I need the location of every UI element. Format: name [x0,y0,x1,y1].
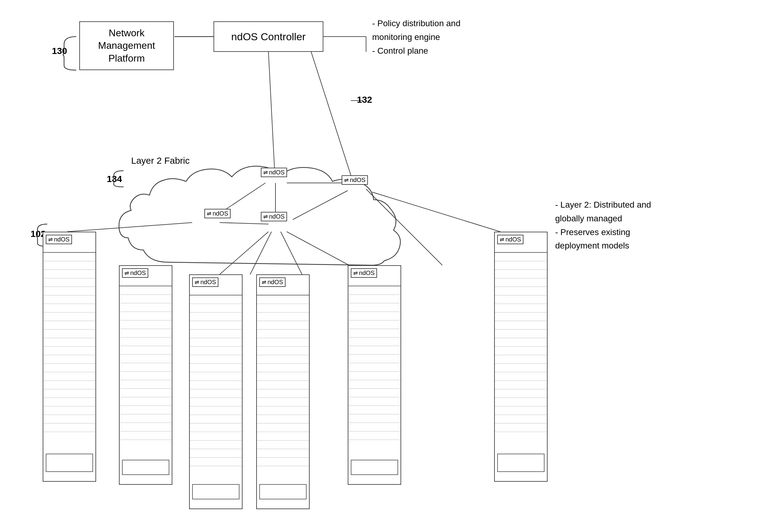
brace-134 [111,169,127,188]
ndos-node-right-inner: ⇌ ndOS [342,175,368,185]
rack2-ndos-badge: ⇌ ndOS [122,268,148,278]
rack4-ndos-badge: ⇌ ndOS [259,277,286,287]
nmp-box: Network Management Platform [79,21,174,70]
annotation-line2: monitoring engine [372,31,460,44]
server-rack-5: ⇌ ndOS [348,265,401,485]
brace-130 [61,35,79,72]
ref-132: 132 [357,95,372,105]
annotation-line1: - Policy distribution and [372,17,460,31]
server-rack-1: ⇌ ndOS [43,232,96,482]
rack1-ndos-badge: ⇌ ndOS [46,235,72,244]
server-rack-2: ⇌ ndOS [119,265,173,485]
ndos-node-middle: ⇌ ndOS [261,212,287,221]
ba-line2: globally managed [555,212,651,226]
ba-line1: - Layer 2: Distributed and [555,198,651,212]
arrows-icon: ⇌ [263,213,268,220]
ndos-controller-label: ndOS Controller [231,31,306,43]
rack5-ndos-badge: ⇌ ndOS [351,268,377,278]
arrows-icon: ⇌ [207,210,211,217]
ba-line4: deployment models [555,239,651,253]
cloud-shape [107,116,412,274]
diagram-container: Network Management Platform ndOS Control… [0,0,780,532]
ndos-controller-box: ndOS Controller [213,21,323,52]
annotation-line3: - Control plane [372,44,460,58]
arrows-icon: ⇌ [263,169,268,176]
rack6-ndos-badge: ⇌ ndOS [497,235,524,244]
server-rack-3: ⇌ ndOS [189,274,243,509]
cloud-label: Layer 2 Fabric [131,156,190,166]
top-annotation: - Policy distribution and monitoring eng… [372,17,460,58]
ndos-node-top-center: ⇌ ndOS [261,168,287,177]
ndos-node-left-inner: ⇌ ndOS [204,209,231,218]
ba-line3: - Preserves existing [555,226,651,239]
nmp-label: Network Management Platform [80,27,173,65]
server-rack-4: ⇌ ndOS [256,274,310,509]
bottom-annotation: - Layer 2: Distributed and globally mana… [555,198,651,253]
arrows-icon: ⇌ [344,177,349,183]
rack3-ndos-badge: ⇌ ndOS [192,277,218,287]
server-rack-6: ⇌ ndOS [494,232,547,482]
